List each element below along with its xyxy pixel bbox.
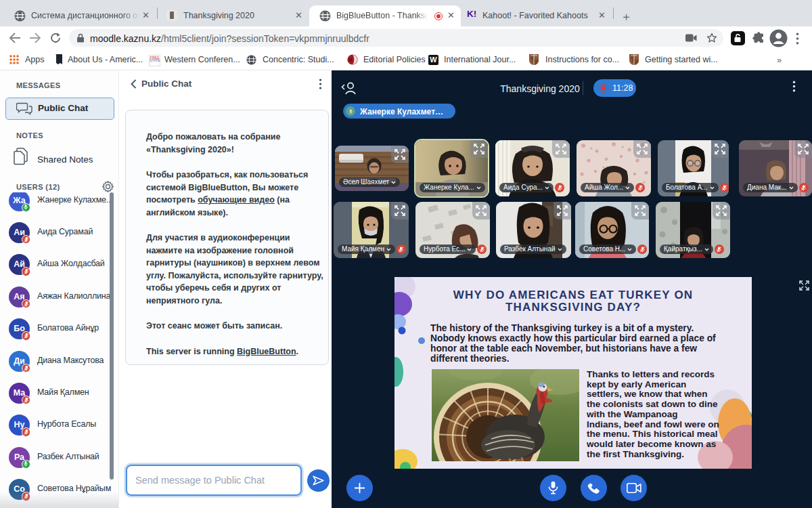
svg-text:with the Wampanoag: with the Wampanoag	[586, 409, 678, 419]
svg-text:THANKSGIVING DAY?: THANKSGIVING DAY?	[505, 301, 641, 314]
svg-text:settlers, we know that when: settlers, we know that when	[587, 389, 708, 399]
svg-text:honor at the table each Novemb: honor at the table each November, but hi…	[430, 343, 697, 354]
svg-text:WHY DO AMERICANS EAT TURKEY ON: WHY DO AMERICANS EAT TURKEY ON	[453, 289, 694, 301]
svg-text:the colonists sat down to dine: the colonists sat down to dine	[587, 399, 718, 409]
svg-text:The history of the Thanksgivin: The history of the Thanksgiving turkey i…	[430, 323, 694, 333]
svg-text:Thanks to letters and records: Thanks to letters and records	[587, 369, 715, 379]
svg-text:would later become known as: would later become known as	[586, 439, 716, 449]
svg-text:different theories.: different theories.	[430, 354, 510, 364]
svg-text:Indians, beef and fowl were on: Indians, beef and fowl were on	[587, 419, 719, 429]
svg-text:Nobody knows exactly how this: Nobody knows exactly how this particular…	[430, 333, 716, 343]
svg-text:kept by early American: kept by early American	[587, 379, 686, 389]
svg-text:the menu. This historical meal: the menu. This historical meal	[587, 429, 718, 439]
svg-text:the first Thanksgiving.: the first Thanksgiving.	[587, 449, 684, 459]
